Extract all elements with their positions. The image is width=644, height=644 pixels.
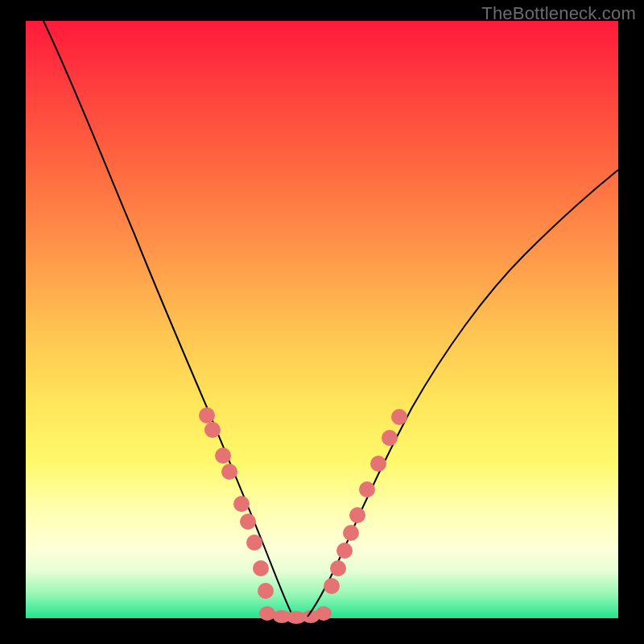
data-marker xyxy=(336,543,353,559)
data-marker xyxy=(359,481,375,497)
right-curve xyxy=(308,170,618,617)
chart-svg xyxy=(26,21,618,618)
data-marker xyxy=(199,407,215,423)
data-marker xyxy=(204,422,221,438)
left-curve xyxy=(43,21,293,617)
watermark-text: TheBottleneck.com xyxy=(481,3,636,24)
plot-area xyxy=(26,21,618,618)
data-marker xyxy=(349,507,365,523)
data-marker xyxy=(233,496,250,512)
data-marker xyxy=(343,525,359,541)
data-marker xyxy=(370,456,386,472)
data-marker xyxy=(324,578,340,594)
data-marker xyxy=(253,560,269,576)
valley-marker xyxy=(259,606,275,621)
data-marker xyxy=(246,535,262,551)
valley-marker xyxy=(316,606,332,621)
data-marker xyxy=(330,560,346,576)
data-marker xyxy=(215,448,231,464)
data-marker xyxy=(258,583,274,599)
data-marker xyxy=(240,514,256,530)
data-marker xyxy=(382,430,398,446)
data-marker xyxy=(391,409,407,425)
chart-frame: TheBottleneck.com xyxy=(0,0,644,644)
data-marker xyxy=(221,464,237,480)
